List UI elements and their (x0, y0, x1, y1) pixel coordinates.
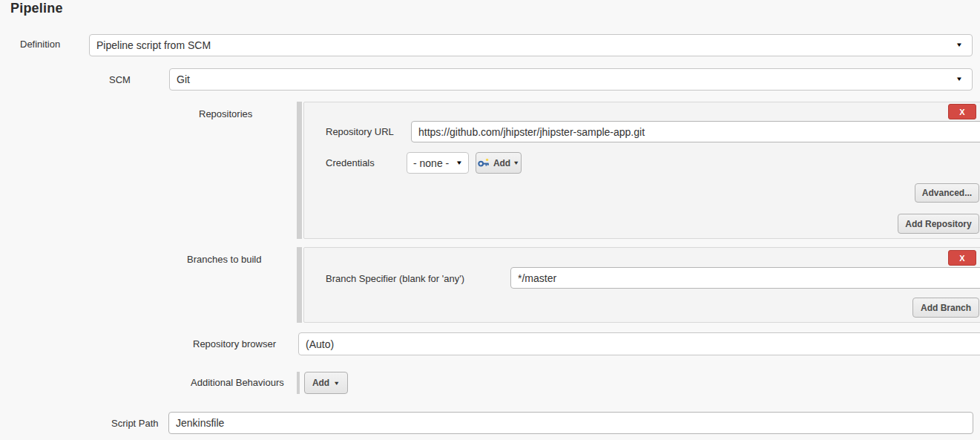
repository-url-input[interactable] (411, 121, 980, 142)
repository-panel: X Repository URL Credentials - none - ▼ … (303, 102, 980, 239)
script-path-input[interactable] (168, 412, 973, 434)
add-behaviour-button[interactable]: Add ▼ (304, 372, 348, 394)
add-behaviour-label: Add (312, 378, 329, 388)
branch-specifier-label: Branch Specifier (blank for 'any') (326, 273, 464, 284)
pipeline-config-section: Pipeline Definition Pipeline script from… (0, 0, 980, 440)
add-repository-button[interactable]: Add Repository (898, 214, 979, 234)
advanced-button[interactable]: Advanced... (915, 183, 979, 203)
branch-specifier-input[interactable] (510, 267, 980, 289)
add-credentials-label: Add (493, 158, 510, 168)
repository-browser-select[interactable]: (Auto) (298, 332, 980, 355)
delete-branch-button[interactable]: X (948, 250, 976, 266)
repository-browser-label: Repository browser (193, 338, 276, 349)
branch-drag-handle (297, 247, 302, 323)
caret-down-icon: ▼ (513, 160, 519, 166)
definition-label: Definition (20, 39, 60, 50)
scm-label: SCM (109, 74, 131, 85)
script-path-label: Script Path (111, 418, 159, 429)
branches-panel: X Branch Specifier (blank for 'any') Add… (303, 247, 980, 323)
repositories-label: Repositories (199, 108, 252, 119)
caret-down-icon: ▼ (333, 380, 340, 386)
scm-select[interactable]: Git (169, 68, 973, 91)
repository-drag-handle (297, 102, 302, 239)
add-credentials-button[interactable]: Add ▼ (476, 152, 522, 174)
definition-select[interactable]: Pipeline script from SCM (89, 34, 973, 56)
delete-repository-button[interactable]: X (948, 104, 976, 119)
branches-to-build-label: Branches to build (187, 254, 261, 265)
page-title: Pipeline (10, 1, 63, 16)
add-branch-button[interactable]: Add Branch (912, 298, 979, 318)
key-icon (478, 158, 490, 168)
credentials-label: Credentials (326, 157, 375, 168)
behaviours-drag-handle (297, 372, 300, 394)
repository-url-label: Repository URL (326, 126, 394, 137)
additional-behaviours-label: Additional Behaviours (191, 377, 284, 388)
credentials-select[interactable]: - none - (407, 152, 469, 174)
